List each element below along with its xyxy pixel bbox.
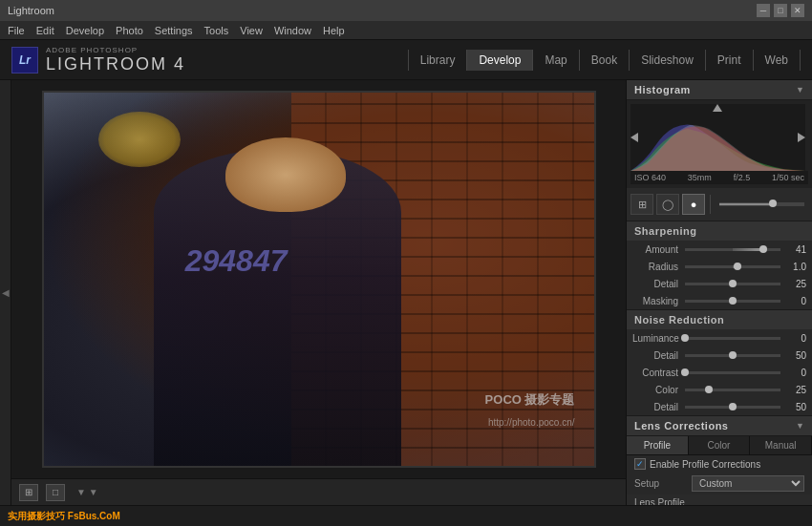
grid-tool[interactable]: ⊞ — [630, 194, 653, 215]
enable-corrections-checkbox[interactable]: ✓ — [634, 458, 646, 470]
setup-label: Setup — [634, 478, 692, 489]
tab-library[interactable]: Library — [408, 50, 468, 71]
noise-reduction-header: Noise Reduction — [627, 310, 812, 329]
nr-detail-slider[interactable] — [685, 354, 780, 357]
nr-detail-value: 50 — [783, 350, 806, 361]
nr-detail-label: Detail — [632, 350, 682, 361]
sharpening-section: Sharpening Amount 41 Radius 1.0 — [627, 221, 812, 310]
masking-slider[interactable] — [685, 300, 780, 303]
app-title: LIGHTROOM 4 — [46, 54, 185, 74]
lens-tab-color[interactable]: Color — [689, 436, 751, 454]
nr-color-thumb — [705, 386, 713, 393]
histogram-chevron: ▼ — [796, 85, 804, 95]
menu-edit[interactable]: Edit — [36, 25, 54, 36]
photo-background: 294847 POCO 摄影专题 http://photo.poco.cn/ — [44, 93, 594, 466]
menu-file[interactable]: File — [8, 25, 25, 36]
amount-value: 41 — [783, 244, 806, 255]
nr-detail-thumb — [729, 351, 737, 359]
sharpening-masking-row: Masking 0 — [627, 292, 812, 309]
grid-view-button[interactable]: ⊞ — [19, 484, 38, 501]
nr-contrast-label: Contrast — [632, 368, 682, 378]
tab-print[interactable]: Print — [706, 50, 754, 71]
radius-thumb — [734, 263, 741, 270]
iso-value: ISO 640 — [634, 173, 666, 182]
luminance-thumb — [681, 334, 689, 342]
nr-color-slider[interactable] — [685, 389, 780, 391]
nr-contrast-slider[interactable] — [685, 371, 780, 374]
nr-color-detail-row: Detail 50 — [627, 398, 812, 415]
menu-view[interactable]: View — [240, 25, 263, 36]
left-panel-toggle[interactable]: ◀ — [0, 287, 11, 298]
bottom-strip: 实用摄影技巧 FsBus.CoM — [0, 505, 812, 526]
nr-detail-row: Detail 50 — [627, 347, 812, 364]
minimize-button[interactable]: ─ — [757, 4, 770, 17]
masking-value: 0 — [783, 296, 806, 306]
lens-tab-manual[interactable]: Manual — [750, 436, 812, 454]
lens-corrections-section: Lens Corrections ▼ Profile Color Manual … — [627, 416, 812, 505]
circle-tool[interactable]: ◯ — [656, 194, 679, 215]
logo-text: ADOBE PHOTOSHOP LIGHTROOM 4 — [46, 46, 185, 74]
sharpening-amount-row: Amount 41 — [627, 241, 812, 258]
nav-tabs: Library Develop Map Book Slideshow Print… — [408, 50, 801, 71]
lr-badge: Lr — [11, 47, 38, 74]
flower-detail — [98, 112, 181, 168]
shutter-value: 1/50 sec — [772, 173, 804, 182]
enable-corrections-label: Enable Profile Corrections — [650, 459, 760, 470]
photo-container: 294847 POCO 摄影专题 http://photo.poco.cn/ — [11, 80, 626, 478]
noise-reduction-section: Noise Reduction Luminance 0 Detail 50 — [627, 310, 812, 416]
nr-color-detail-slider[interactable] — [685, 406, 780, 409]
tab-slideshow[interactable]: Slideshow — [630, 50, 706, 71]
tab-book[interactable]: Book — [580, 50, 630, 71]
sharpening-detail-row: Detail 25 — [627, 275, 812, 292]
amount-slider[interactable] — [685, 248, 780, 251]
detail-slider[interactable] — [685, 283, 780, 285]
bottom-strip-label: 实用摄影技巧 FsBus.CoM — [8, 510, 120, 523]
maximize-button[interactable]: □ — [774, 4, 787, 17]
dot-tool[interactable]: ● — [682, 194, 705, 215]
loupe-view-button[interactable]: □ — [46, 484, 65, 501]
menu-photo[interactable]: Photo — [116, 25, 143, 36]
detail-value: 25 — [783, 279, 806, 289]
window-controls: ─ □ ✕ — [757, 4, 804, 17]
menu-settings[interactable]: Settings — [155, 25, 193, 36]
menu-develop[interactable]: Develop — [66, 25, 104, 36]
tab-map[interactable]: Map — [533, 50, 579, 71]
adobe-label: ADOBE PHOTOSHOP — [46, 46, 185, 54]
histogram-header[interactable]: Histogram ▼ — [627, 80, 812, 100]
lens-corrections-header[interactable]: Lens Corrections ▼ — [627, 416, 812, 436]
sharpening-radius-row: Radius 1.0 — [627, 258, 812, 275]
tool-slider[interactable] — [719, 202, 804, 206]
amount-thumb — [759, 245, 767, 253]
amount-label: Amount — [632, 244, 682, 255]
zoom-label: ▼ ▼ — [76, 487, 98, 497]
photo-frame: 294847 POCO 摄影专题 http://photo.poco.cn/ — [42, 91, 596, 468]
menu-help[interactable]: Help — [323, 25, 345, 36]
center-area: 294847 POCO 摄影专题 http://photo.poco.cn/ ⊞… — [11, 80, 626, 505]
histogram-canvas — [630, 104, 805, 171]
lens-corrections-chevron: ▼ — [796, 421, 804, 431]
nr-color-detail-thumb — [729, 403, 737, 410]
main-content: ◀ 294847 POCO 摄影专题 http://photo.poco.cn/ — [0, 80, 812, 505]
tool-slider-fill — [719, 203, 770, 205]
nr-contrast-row: Contrast 0 — [627, 364, 812, 381]
nr-color-row: Color 25 — [627, 381, 812, 398]
person-face — [225, 137, 347, 212]
tab-web[interactable]: Web — [754, 50, 801, 71]
sharpening-header: Sharpening — [627, 221, 812, 241]
setup-select[interactable]: Custom — [692, 475, 804, 492]
right-panel[interactable]: Histogram ▼ — [626, 80, 812, 505]
detail-thumb — [729, 280, 737, 287]
close-button[interactable]: ✕ — [791, 4, 804, 17]
detail-label: Detail — [632, 279, 682, 289]
menu-bar: File Edit Develop Photo Settings Tools V… — [0, 21, 812, 40]
nr-color-label: Color — [632, 385, 682, 395]
luminance-slider[interactable] — [685, 337, 780, 340]
nr-color-value: 25 — [783, 385, 806, 395]
aperture-value: f/2.5 — [734, 173, 751, 182]
lens-tab-profile[interactable]: Profile — [627, 436, 689, 454]
tab-develop[interactable]: Develop — [467, 50, 533, 71]
menu-window[interactable]: Window — [274, 25, 311, 36]
photo-toolbar: ⊞ □ ▼ ▼ — [11, 478, 626, 505]
menu-tools[interactable]: Tools — [204, 25, 229, 36]
radius-slider[interactable] — [685, 265, 780, 268]
